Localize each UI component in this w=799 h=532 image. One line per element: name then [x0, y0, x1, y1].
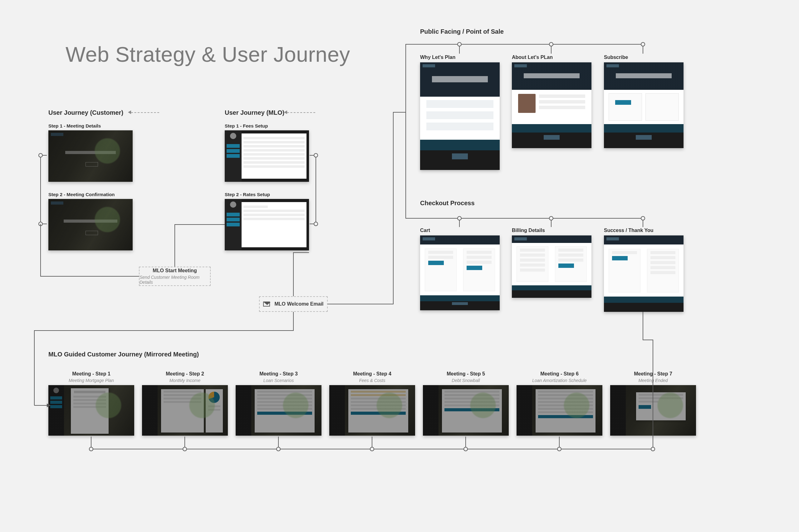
- guided-step-2-title: Meeting - Step 2: [142, 371, 228, 377]
- section-customer-journey: User Journey (Customer): [48, 109, 123, 116]
- svg-point-12: [641, 216, 645, 220]
- thumb-mlo-step2: [225, 199, 309, 250]
- svg-point-1: [39, 222, 42, 226]
- svg-point-2: [314, 153, 318, 157]
- guided-step-6-title: Meeting - Step 6: [516, 371, 602, 377]
- guided-step-7-sub: Meeting Ended: [610, 378, 696, 383]
- arrow-head: [284, 110, 287, 114]
- guided-step-2-sub: MontMy Income: [142, 378, 228, 383]
- label-checkout-1: Cart: [420, 228, 430, 233]
- guided-step-5-sub: Debt Snowball: [423, 378, 509, 383]
- thumb-guided-6: [516, 385, 602, 436]
- thumb-guided-4: [329, 385, 415, 436]
- label-checkout-2: Billing Details: [512, 228, 545, 233]
- guided-step-7-title: Meeting - Step 7: [610, 371, 696, 377]
- thumb-guided-7: [610, 385, 696, 436]
- label-public-3: Subscribe: [604, 55, 628, 60]
- thumb-customer-step2: [48, 199, 133, 250]
- thumb-guided-2: [142, 385, 228, 436]
- step-label-customer-1: Step 1 - Meeting Details: [48, 123, 101, 129]
- section-checkout: Checkout Process: [420, 200, 475, 207]
- step-label-mlo-1: Step 1 - Fees Setup: [225, 123, 268, 129]
- svg-point-18: [89, 447, 93, 451]
- guided-step-5-title: Meeting - Step 5: [423, 371, 509, 377]
- svg-point-24: [651, 447, 655, 451]
- diagram-canvas: Web Strategy & User Journey User Journey…: [0, 0, 799, 532]
- connector-dash-mlo: [287, 112, 315, 113]
- svg-point-4: [457, 42, 461, 46]
- mail-icon: [263, 302, 270, 306]
- section-public-facing: Public Facing / Point of Sale: [420, 28, 504, 35]
- action-title: MLO Welcome Email: [274, 301, 323, 307]
- guided-step-1-sub: Meeting Mortgage Plan: [48, 378, 134, 383]
- guided-step-3-sub: Loan Scenarios: [236, 378, 322, 383]
- svg-point-20: [276, 447, 280, 451]
- section-mlo-journey: User Journey (MLO): [225, 109, 284, 116]
- thumb-public-why: [420, 62, 500, 170]
- svg-point-10: [457, 216, 461, 220]
- thumb-guided-5: [423, 385, 509, 436]
- thumb-customer-step1: [48, 130, 133, 182]
- action-mlo-welcome-email: MLO Welcome Email: [259, 296, 328, 312]
- page-title: Web Strategy & User Journey: [66, 42, 350, 66]
- action-title: MLO Start Meeting: [152, 268, 197, 273]
- action-mlo-start-meeting: MLO Start Meeting Send Customer Meeting …: [139, 267, 211, 286]
- step-label-mlo-2: Step 2 - Rates Setup: [225, 192, 270, 197]
- label-public-1: Why Let's Plan: [420, 55, 455, 60]
- svg-point-11: [549, 216, 553, 220]
- svg-point-23: [558, 447, 561, 451]
- section-guided: MLO Guided Customer Journey (Mirrored Me…: [48, 351, 199, 358]
- action-sub: Send Customer Meeting Room Details: [140, 275, 210, 285]
- thumb-mlo-step1: [225, 130, 309, 182]
- label-public-2: About Let's PLan: [512, 55, 553, 60]
- svg-point-5: [549, 42, 553, 46]
- svg-point-0: [39, 153, 42, 157]
- arrow-head: [128, 110, 131, 114]
- guided-step-3-title: Meeting - Step 3: [236, 371, 322, 377]
- step-label-customer-2: Step 2 - Meeting Confirmation: [48, 192, 115, 197]
- svg-point-21: [370, 447, 374, 451]
- svg-point-19: [183, 447, 187, 451]
- thumb-guided-3: [236, 385, 322, 436]
- guided-step-4-sub: Fees & Costs: [329, 378, 415, 383]
- guided-step-6-sub: Loan Amortization Schedule: [516, 378, 602, 383]
- thumb-public-subscribe: [604, 62, 684, 148]
- svg-point-3: [314, 222, 318, 226]
- thumb-checkout-billing: [512, 235, 592, 298]
- thumb-checkout-cart: [420, 235, 500, 310]
- svg-point-6: [641, 42, 645, 46]
- guided-step-4-title: Meeting - Step 4: [329, 371, 415, 377]
- svg-point-22: [464, 447, 468, 451]
- thumb-checkout-success: [604, 235, 684, 312]
- guided-step-1-title: Meeting - Step 1: [48, 371, 134, 377]
- label-checkout-3: Success / Thank You: [604, 228, 654, 233]
- thumb-public-about: [512, 62, 592, 148]
- connector-dash-customer: [131, 112, 159, 113]
- thumb-guided-1: [48, 385, 134, 436]
